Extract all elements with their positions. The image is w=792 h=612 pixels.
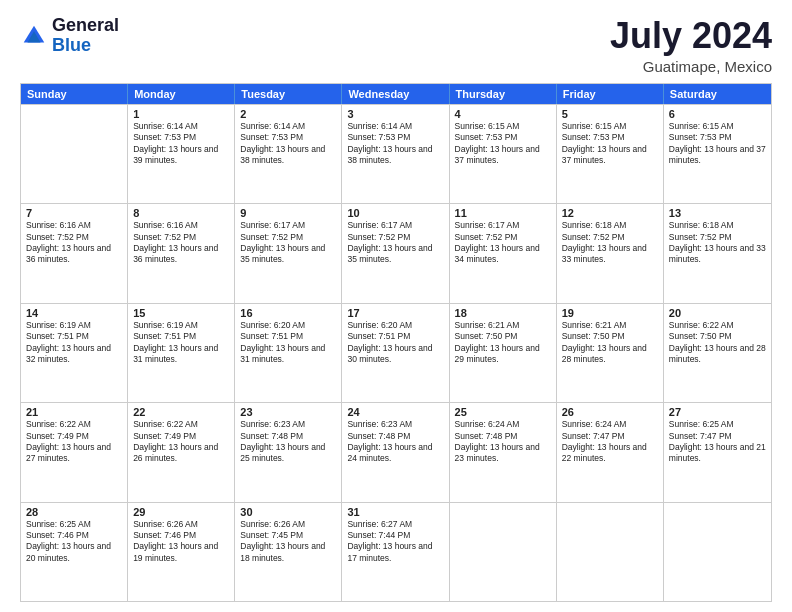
cell-date-1-4: 11 — [455, 207, 551, 219]
cell-info-2-4: Sunrise: 6:21 AM Sunset: 7:50 PM Dayligh… — [455, 320, 551, 366]
cell-info-3-1: Sunrise: 6:22 AM Sunset: 7:49 PM Dayligh… — [133, 419, 229, 465]
cal-cell-4-5 — [557, 503, 664, 601]
cal-cell-3-0: 21Sunrise: 6:22 AM Sunset: 7:49 PM Dayli… — [21, 403, 128, 501]
cell-info-0-2: Sunrise: 6:14 AM Sunset: 7:53 PM Dayligh… — [240, 121, 336, 167]
cal-cell-4-6 — [664, 503, 771, 601]
cal-cell-0-3: 3Sunrise: 6:14 AM Sunset: 7:53 PM Daylig… — [342, 105, 449, 203]
logo: General Blue — [20, 16, 119, 56]
cell-date-0-3: 3 — [347, 108, 443, 120]
cell-info-3-0: Sunrise: 6:22 AM Sunset: 7:49 PM Dayligh… — [26, 419, 122, 465]
cell-info-2-5: Sunrise: 6:21 AM Sunset: 7:50 PM Dayligh… — [562, 320, 658, 366]
cell-date-1-5: 12 — [562, 207, 658, 219]
cell-info-3-5: Sunrise: 6:24 AM Sunset: 7:47 PM Dayligh… — [562, 419, 658, 465]
cal-cell-0-4: 4Sunrise: 6:15 AM Sunset: 7:53 PM Daylig… — [450, 105, 557, 203]
cell-date-3-4: 25 — [455, 406, 551, 418]
cell-info-1-0: Sunrise: 6:16 AM Sunset: 7:52 PM Dayligh… — [26, 220, 122, 266]
title-month: July 2024 — [610, 16, 772, 56]
cal-cell-1-4: 11Sunrise: 6:17 AM Sunset: 7:52 PM Dayli… — [450, 204, 557, 302]
cell-info-4-3: Sunrise: 6:27 AM Sunset: 7:44 PM Dayligh… — [347, 519, 443, 565]
cell-date-3-0: 21 — [26, 406, 122, 418]
cell-info-1-5: Sunrise: 6:18 AM Sunset: 7:52 PM Dayligh… — [562, 220, 658, 266]
cal-cell-2-5: 19Sunrise: 6:21 AM Sunset: 7:50 PM Dayli… — [557, 304, 664, 402]
calendar-row-1: 7Sunrise: 6:16 AM Sunset: 7:52 PM Daylig… — [21, 203, 771, 302]
cell-info-2-0: Sunrise: 6:19 AM Sunset: 7:51 PM Dayligh… — [26, 320, 122, 366]
cal-cell-4-2: 30Sunrise: 6:26 AM Sunset: 7:45 PM Dayli… — [235, 503, 342, 601]
page: General Blue July 2024 Guatimape, Mexico… — [0, 0, 792, 612]
cell-date-1-6: 13 — [669, 207, 766, 219]
cell-date-0-5: 5 — [562, 108, 658, 120]
cell-date-0-6: 6 — [669, 108, 766, 120]
cell-date-2-4: 18 — [455, 307, 551, 319]
cell-info-1-3: Sunrise: 6:17 AM Sunset: 7:52 PM Dayligh… — [347, 220, 443, 266]
cal-cell-1-1: 8Sunrise: 6:16 AM Sunset: 7:52 PM Daylig… — [128, 204, 235, 302]
cal-cell-3-4: 25Sunrise: 6:24 AM Sunset: 7:48 PM Dayli… — [450, 403, 557, 501]
cal-cell-0-5: 5Sunrise: 6:15 AM Sunset: 7:53 PM Daylig… — [557, 105, 664, 203]
cal-cell-0-2: 2Sunrise: 6:14 AM Sunset: 7:53 PM Daylig… — [235, 105, 342, 203]
header-tuesday: Tuesday — [235, 84, 342, 104]
logo-blue-label: Blue — [52, 36, 119, 56]
cell-info-3-2: Sunrise: 6:23 AM Sunset: 7:48 PM Dayligh… — [240, 419, 336, 465]
cell-info-3-4: Sunrise: 6:24 AM Sunset: 7:48 PM Dayligh… — [455, 419, 551, 465]
cell-info-4-2: Sunrise: 6:26 AM Sunset: 7:45 PM Dayligh… — [240, 519, 336, 565]
cell-date-1-2: 9 — [240, 207, 336, 219]
cal-cell-4-4 — [450, 503, 557, 601]
cal-cell-1-5: 12Sunrise: 6:18 AM Sunset: 7:52 PM Dayli… — [557, 204, 664, 302]
cell-info-4-0: Sunrise: 6:25 AM Sunset: 7:46 PM Dayligh… — [26, 519, 122, 565]
cal-cell-2-1: 15Sunrise: 6:19 AM Sunset: 7:51 PM Dayli… — [128, 304, 235, 402]
cell-date-0-4: 4 — [455, 108, 551, 120]
cell-info-1-6: Sunrise: 6:18 AM Sunset: 7:52 PM Dayligh… — [669, 220, 766, 266]
cal-cell-1-0: 7Sunrise: 6:16 AM Sunset: 7:52 PM Daylig… — [21, 204, 128, 302]
cell-info-0-4: Sunrise: 6:15 AM Sunset: 7:53 PM Dayligh… — [455, 121, 551, 167]
calendar-header: Sunday Monday Tuesday Wednesday Thursday… — [21, 84, 771, 104]
cell-info-2-2: Sunrise: 6:20 AM Sunset: 7:51 PM Dayligh… — [240, 320, 336, 366]
cal-cell-3-2: 23Sunrise: 6:23 AM Sunset: 7:48 PM Dayli… — [235, 403, 342, 501]
cal-cell-2-0: 14Sunrise: 6:19 AM Sunset: 7:51 PM Dayli… — [21, 304, 128, 402]
cell-date-3-1: 22 — [133, 406, 229, 418]
cell-date-0-1: 1 — [133, 108, 229, 120]
cell-info-1-1: Sunrise: 6:16 AM Sunset: 7:52 PM Dayligh… — [133, 220, 229, 266]
header-wednesday: Wednesday — [342, 84, 449, 104]
cell-info-2-3: Sunrise: 6:20 AM Sunset: 7:51 PM Dayligh… — [347, 320, 443, 366]
cal-cell-1-6: 13Sunrise: 6:18 AM Sunset: 7:52 PM Dayli… — [664, 204, 771, 302]
cell-date-4-0: 28 — [26, 506, 122, 518]
calendar-row-0: 1Sunrise: 6:14 AM Sunset: 7:53 PM Daylig… — [21, 104, 771, 203]
cal-cell-0-0 — [21, 105, 128, 203]
cal-cell-3-3: 24Sunrise: 6:23 AM Sunset: 7:48 PM Dayli… — [342, 403, 449, 501]
header: General Blue July 2024 Guatimape, Mexico — [20, 16, 772, 75]
cell-date-4-3: 31 — [347, 506, 443, 518]
cell-date-2-2: 16 — [240, 307, 336, 319]
cell-date-4-1: 29 — [133, 506, 229, 518]
cal-cell-3-6: 27Sunrise: 6:25 AM Sunset: 7:47 PM Dayli… — [664, 403, 771, 501]
cal-cell-0-6: 6Sunrise: 6:15 AM Sunset: 7:53 PM Daylig… — [664, 105, 771, 203]
cal-cell-4-0: 28Sunrise: 6:25 AM Sunset: 7:46 PM Dayli… — [21, 503, 128, 601]
header-friday: Friday — [557, 84, 664, 104]
cell-date-0-2: 2 — [240, 108, 336, 120]
cell-info-1-2: Sunrise: 6:17 AM Sunset: 7:52 PM Dayligh… — [240, 220, 336, 266]
cell-info-3-3: Sunrise: 6:23 AM Sunset: 7:48 PM Dayligh… — [347, 419, 443, 465]
cal-cell-2-2: 16Sunrise: 6:20 AM Sunset: 7:51 PM Dayli… — [235, 304, 342, 402]
cal-cell-3-1: 22Sunrise: 6:22 AM Sunset: 7:49 PM Dayli… — [128, 403, 235, 501]
cell-date-1-3: 10 — [347, 207, 443, 219]
cell-info-0-1: Sunrise: 6:14 AM Sunset: 7:53 PM Dayligh… — [133, 121, 229, 167]
cell-info-2-6: Sunrise: 6:22 AM Sunset: 7:50 PM Dayligh… — [669, 320, 766, 366]
cell-date-3-6: 27 — [669, 406, 766, 418]
cell-info-2-1: Sunrise: 6:19 AM Sunset: 7:51 PM Dayligh… — [133, 320, 229, 366]
header-thursday: Thursday — [450, 84, 557, 104]
cell-date-2-6: 20 — [669, 307, 766, 319]
cell-info-1-4: Sunrise: 6:17 AM Sunset: 7:52 PM Dayligh… — [455, 220, 551, 266]
cell-info-4-1: Sunrise: 6:26 AM Sunset: 7:46 PM Dayligh… — [133, 519, 229, 565]
cell-date-2-5: 19 — [562, 307, 658, 319]
cell-date-4-2: 30 — [240, 506, 336, 518]
header-saturday: Saturday — [664, 84, 771, 104]
cal-cell-4-3: 31Sunrise: 6:27 AM Sunset: 7:44 PM Dayli… — [342, 503, 449, 601]
cell-date-2-1: 15 — [133, 307, 229, 319]
logo-text: General Blue — [52, 16, 119, 56]
cell-date-2-3: 17 — [347, 307, 443, 319]
cell-info-0-3: Sunrise: 6:14 AM Sunset: 7:53 PM Dayligh… — [347, 121, 443, 167]
cal-cell-1-3: 10Sunrise: 6:17 AM Sunset: 7:52 PM Dayli… — [342, 204, 449, 302]
logo-icon — [20, 22, 48, 50]
cell-date-3-5: 26 — [562, 406, 658, 418]
cal-cell-3-5: 26Sunrise: 6:24 AM Sunset: 7:47 PM Dayli… — [557, 403, 664, 501]
header-monday: Monday — [128, 84, 235, 104]
cell-date-2-0: 14 — [26, 307, 122, 319]
